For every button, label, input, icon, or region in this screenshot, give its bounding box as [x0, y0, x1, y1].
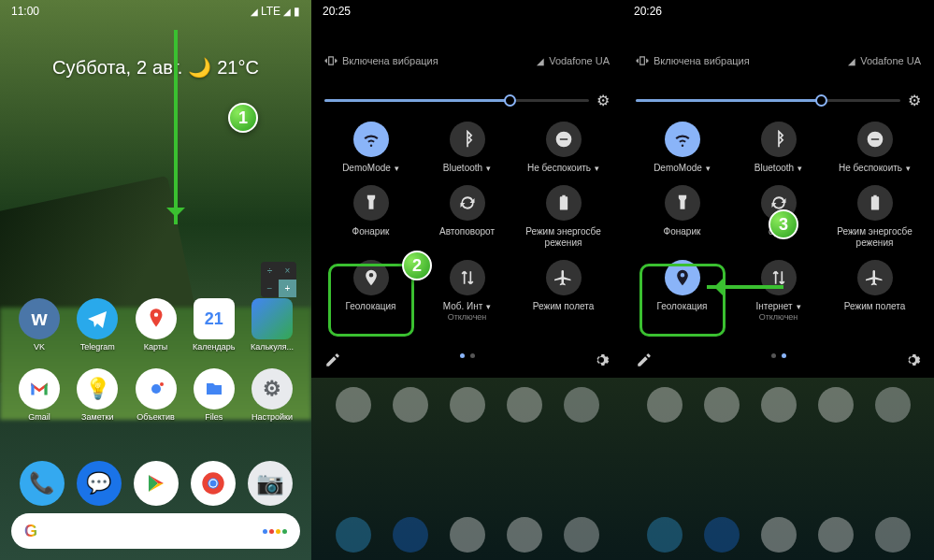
carrier-label: Vodafone UA: [860, 55, 921, 66]
qs-tile-sublabel: Отключен: [759, 312, 798, 322]
qs-tile-bluetooth[interactable]: Bluetooth: [735, 122, 823, 174]
qs-top-row: Включена вибрация ◢ Vodafone UA: [636, 54, 921, 67]
app-keep[interactable]: 💡Заметки: [71, 368, 123, 422]
dock-camera[interactable]: 📷: [248, 461, 293, 506]
qs-tile-airplane[interactable]: Режим полета: [831, 260, 919, 322]
qs-tile-wifi[interactable]: DemoMode: [327, 122, 415, 174]
qs-tile-airplane[interactable]: Режим полета: [520, 260, 608, 322]
qs-row: ФонарикАвтоповоротРежим энергосбе режени…: [323, 185, 611, 249]
brightness-slider[interactable]: [324, 99, 589, 102]
qs-tile-label: Режим полета: [844, 301, 905, 312]
app-maps[interactable]: Карты: [130, 298, 182, 352]
dnd-icon: [857, 122, 893, 157]
app-gmail[interactable]: Gmail: [13, 368, 65, 422]
brightness-settings-icon[interactable]: ⚙: [596, 92, 610, 109]
status-bar: 11:00 ◢ LTE ◢ ▮: [0, 0, 311, 22]
vibration-label: Включена вибрация: [654, 55, 750, 66]
settings-icon: ⚙: [251, 368, 293, 409]
calendar-icon: 21: [194, 298, 235, 339]
app-telegram[interactable]: Telegram: [71, 298, 123, 352]
keep-icon: 💡: [77, 368, 118, 409]
bluetooth-icon: [450, 122, 485, 157]
brightness-settings-icon[interactable]: ⚙: [908, 92, 921, 109]
calculator-widget[interactable]: ÷ × − +: [261, 262, 296, 297]
battery-icon: [857, 185, 893, 221]
dnd-icon: [546, 122, 582, 157]
app-vk[interactable]: wVK: [13, 298, 65, 352]
signal-icon: ◢: [537, 56, 544, 66]
step-badge-3: 3: [769, 209, 798, 239]
signal-icon: ◢: [848, 56, 855, 66]
settings-gear-icon[interactable]: [904, 352, 921, 368]
wifi-icon: [353, 122, 389, 157]
qs-tile-label: Не беспокоить: [527, 163, 599, 174]
qs-tile-autorotate[interactable]: Автоповорот: [424, 185, 511, 249]
vibrate-icon: [636, 54, 649, 67]
carrier-label: Vodafone UA: [549, 55, 610, 66]
date-weather-widget[interactable]: Суббота, 2 авг. 🌙 21°C: [52, 56, 259, 79]
battery-icon: [546, 185, 582, 221]
signal-icon: ◢: [251, 7, 258, 17]
vibrate-icon: [324, 54, 338, 67]
highlight-location-tile: [639, 264, 726, 337]
status-time: 20:26: [634, 5, 662, 18]
app-lens[interactable]: Объектив: [130, 368, 182, 422]
wifi-icon: [665, 122, 700, 157]
dock-messages[interactable]: 💬: [77, 461, 122, 506]
home-screen-panel: 11:00 ◢ LTE ◢ ▮ Суббота, 2 авг. 🌙 21°C ÷…: [0, 0, 311, 560]
qs-tile-label: Режим энергосбе режения: [520, 226, 608, 249]
edit-tiles-icon[interactable]: [636, 352, 653, 368]
brightness-slider[interactable]: [636, 99, 900, 102]
qs-tile-label: Моб. Инт: [443, 301, 492, 312]
flashlight-icon: [353, 185, 389, 221]
files-icon: [194, 368, 235, 409]
qs-tile-dnd[interactable]: Не беспокоить: [831, 122, 919, 174]
status-bar: 20:26: [623, 0, 934, 22]
edit-tiles-icon[interactable]: [324, 352, 341, 368]
brightness-thumb[interactable]: [504, 94, 516, 107]
app-calculator[interactable]: Калькуля...: [246, 298, 298, 352]
qs-tile-data[interactable]: Моб. ИнтОтключен: [424, 260, 511, 322]
page-indicator: [771, 353, 786, 358]
telegram-icon: [77, 298, 118, 339]
qs-top-row: Включена вибрация ◢ Vodafone UA: [324, 54, 610, 67]
vk-icon: w: [19, 298, 60, 339]
network-label: LTE: [261, 5, 280, 18]
status-right: ◢ LTE ◢ ▮: [251, 5, 300, 18]
lens-icon: [136, 368, 177, 409]
qs-tile-label: Bluetooth: [443, 163, 491, 174]
qs-row: DemoModeBluetoothНе беспокоить: [634, 122, 923, 174]
qs-tile-label: Фонарик: [352, 226, 390, 237]
dock: 📞 💬 📷: [0, 461, 311, 506]
app-calendar[interactable]: 21Календарь: [188, 298, 240, 352]
qs-tile-battery[interactable]: Режим энергосбе режения: [831, 185, 919, 249]
qs-tile-data[interactable]: ІнтернетОтключен: [735, 260, 823, 322]
app-row-1: wVK Telegram Карты 21Календарь Калькуля.…: [13, 298, 298, 352]
search-bar[interactable]: G: [11, 513, 300, 549]
assistant-icon[interactable]: [263, 529, 287, 534]
qs-tile-label: DemoMode: [342, 163, 399, 174]
qs-tile-dnd[interactable]: Не беспокоить: [520, 122, 608, 174]
temperature: 21°C: [217, 57, 259, 79]
qs-tile-battery[interactable]: Режим энергосбе режения: [520, 185, 608, 249]
dock-chrome[interactable]: [191, 461, 236, 506]
qs-tile-label: DemoMode: [654, 163, 711, 174]
dimmed-home-preview: [623, 378, 934, 560]
airplane-icon: [546, 260, 582, 295]
brightness-thumb[interactable]: [815, 94, 827, 107]
status-time: 20:25: [323, 5, 351, 18]
dock-phone[interactable]: 📞: [20, 461, 65, 506]
dock-play-store[interactable]: [134, 461, 179, 506]
status-bar: 20:25: [311, 0, 623, 22]
qs-tile-label: Не беспокоить: [839, 163, 911, 174]
step-badge-1: 1: [228, 103, 258, 133]
app-files[interactable]: Files: [188, 368, 240, 422]
app-settings[interactable]: ⚙Настройки: [246, 368, 298, 422]
qs-tile-flashlight[interactable]: Фонарик: [639, 185, 726, 249]
settings-gear-icon[interactable]: [593, 352, 610, 368]
qs-tile-bluetooth[interactable]: Bluetooth: [424, 122, 511, 174]
qs-tile-flashlight[interactable]: Фонарик: [327, 185, 415, 249]
brightness-row: ⚙: [636, 92, 921, 109]
svg-point-2: [160, 382, 164, 386]
qs-tile-wifi[interactable]: DemoMode: [639, 122, 726, 174]
